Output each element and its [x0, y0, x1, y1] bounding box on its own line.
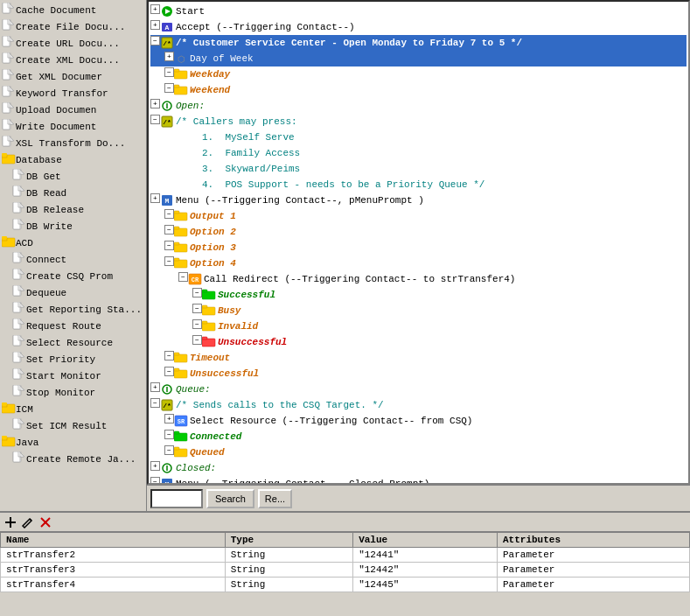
sidebar-item[interactable]: Request Route [0, 318, 146, 334]
sidebar-item[interactable]: DB Release [0, 201, 146, 218]
tree-row[interactable]: −Busy [150, 303, 687, 318]
tree-row[interactable]: −Invalid [150, 318, 687, 334]
sidebar-item[interactable]: Create URL Docu... [0, 35, 146, 52]
tree-row[interactable]: −/*/* Callers may press: [150, 114, 687, 130]
sidebar-item[interactable]: Write Document [0, 118, 146, 135]
sidebar-item[interactable]: Upload Documen [0, 102, 146, 118]
add-variable-button[interactable] [3, 515, 17, 529]
tree-expand-button[interactable]: − [164, 83, 174, 93]
sidebar-item[interactable]: Cache Document [0, 2, 146, 18]
tree-row[interactable]: −MMenu (--Triggering Contact--, Closed_P… [150, 476, 687, 485]
tree-expand-button[interactable]: − [150, 36, 160, 46]
col-name: Name [1, 533, 226, 548]
tree-expand-button[interactable]: − [164, 430, 174, 439]
tree-expand-button[interactable]: + [164, 52, 174, 61]
tree-expand-button[interactable]: − [164, 256, 174, 266]
tree-expand-button[interactable]: − [164, 209, 174, 219]
tree-row[interactable]: +AAccept (--Triggering Contact--) [150, 19, 687, 35]
tree-row[interactable]: +Closed: [150, 460, 687, 476]
tree-expand-button[interactable]: − [150, 115, 160, 124]
sidebar-item[interactable]: XSL Transform Do... [0, 135, 146, 151]
tree-expand-button[interactable]: + [150, 382, 160, 392]
reset-button[interactable]: Re... [258, 489, 292, 508]
tree-row[interactable]: −/*/* Sends calls to the CSQ Target. */ [150, 397, 687, 413]
tree-row[interactable]: −Queued [150, 444, 687, 460]
tree-expand-button[interactable]: − [164, 367, 174, 376]
tree-expand-button[interactable]: − [192, 319, 202, 329]
sidebar-item[interactable]: DB Read [0, 185, 146, 201]
tree-row[interactable]: −Option 4 [150, 256, 687, 271]
tree-row[interactable]: −Unsuccessful [150, 334, 687, 350]
tree-row[interactable]: +⬡Day of Week [150, 51, 687, 66]
variable-row[interactable]: strTransfer2String"12441"Parameter [1, 548, 690, 563]
sidebar-item[interactable]: Start Monitor [0, 368, 146, 384]
sidebar-item[interactable]: Database [0, 151, 146, 168]
tree-expand-button[interactable]: + [164, 414, 174, 424]
tree-row[interactable]: −Weekend [150, 82, 687, 98]
sidebar-item[interactable]: Connect [0, 251, 146, 268]
sidebar-item[interactable]: DB Get [0, 168, 146, 185]
sidebar-item[interactable]: Get Reporting Sta... [0, 301, 146, 318]
sidebar-item[interactable]: Keyword Transfor [0, 85, 146, 102]
tree-expand-button[interactable]: + [150, 461, 160, 471]
tree-row[interactable]: 1. MySelf Serve [150, 130, 687, 145]
sidebar-item[interactable]: DB Write [0, 218, 146, 234]
tree-row[interactable]: +SRSelect Resource (--Triggering Contact… [150, 413, 687, 429]
tree-row[interactable]: −Unsuccessful [150, 366, 687, 382]
sidebar-item[interactable]: Java [0, 434, 146, 451]
sidebar-item[interactable]: ICM [0, 401, 146, 417]
sidebar-item[interactable]: Stop Monitor [0, 384, 146, 401]
tree-row[interactable]: −Option 3 [150, 240, 687, 256]
sidebar-item[interactable]: Create File Docu... [0, 18, 146, 35]
svg-text:M: M [165, 197, 170, 205]
sidebar-item[interactable]: Create XML Docu... [0, 52, 146, 68]
tree-expand-button[interactable]: − [150, 477, 160, 485]
tree-expand-button[interactable]: − [164, 445, 174, 455]
sidebar-item[interactable]: Select Resource [0, 334, 146, 351]
sidebar-item[interactable]: Set Priority [0, 351, 146, 368]
tree-row[interactable]: −Weekday [150, 66, 687, 82]
tree-row[interactable]: −Successful [150, 287, 687, 303]
tree-row[interactable]: 4. POS Support - needs to be a Priority … [150, 177, 687, 192]
tree-row[interactable]: +Open: [150, 98, 687, 114]
tree-row[interactable]: −Output 1 [150, 208, 687, 224]
tree-row[interactable]: 2. Family Access [150, 145, 687, 161]
svg-rect-116 [202, 321, 207, 324]
tree-row[interactable]: +Start [150, 4, 687, 19]
tree-row[interactable]: −Connected [150, 429, 687, 444]
sidebar-item[interactable]: Create Remote Ja... [0, 451, 146, 467]
tree-row[interactable]: 3. Skyward/Peims [150, 161, 687, 177]
search-input[interactable] [150, 489, 203, 508]
tree-expand-button[interactable]: − [164, 225, 174, 234]
tree-row[interactable]: −Option 2 [150, 224, 687, 240]
tree-row[interactable]: −/*/* Customer Service Center - Open Mon… [150, 35, 687, 51]
tree-expand-button[interactable]: + [150, 4, 160, 14]
tree-row[interactable]: +Queue: [150, 382, 687, 397]
tree-row[interactable]: −CRCall Redirect (--Triggering Contact--… [150, 271, 687, 287]
tree-expand-button[interactable]: − [178, 272, 188, 282]
tree-row[interactable]: −Timeout [150, 350, 687, 366]
tree-expand-button[interactable]: + [150, 20, 160, 30]
tree-expand-button[interactable]: − [150, 398, 160, 408]
tree-expand-button[interactable]: − [192, 304, 202, 313]
tree-node-label: Successful [218, 288, 275, 302]
variable-row[interactable]: strTransfer4String"12445"Parameter [1, 578, 690, 592]
tree-expand-button[interactable]: − [164, 67, 174, 77]
col-attributes: Attributes [498, 533, 690, 548]
sidebar-item[interactable]: Dequeue [0, 284, 146, 301]
search-button[interactable]: Search [206, 489, 254, 508]
tree-expand-button[interactable]: − [164, 241, 174, 250]
edit-variable-button[interactable] [21, 515, 35, 529]
tree-expand-button[interactable]: − [192, 335, 202, 345]
sidebar-item[interactable]: Set ICM Result [0, 417, 146, 434]
sidebar-item[interactable]: Get XML Documer [0, 68, 146, 85]
variable-row[interactable]: strTransfer3String"12442"Parameter [1, 563, 690, 578]
sidebar-item[interactable]: Create CSQ Prom [0, 268, 146, 284]
tree-expand-button[interactable]: + [150, 193, 160, 203]
tree-expand-button[interactable]: − [164, 351, 174, 360]
sidebar-item[interactable]: ACD [0, 234, 146, 251]
tree-expand-button[interactable]: − [192, 288, 202, 298]
tree-expand-button[interactable]: + [150, 99, 160, 108]
delete-variable-button[interactable] [38, 515, 52, 529]
tree-row[interactable]: +MMenu (--Triggering Contact--, pMenuPro… [150, 192, 687, 208]
